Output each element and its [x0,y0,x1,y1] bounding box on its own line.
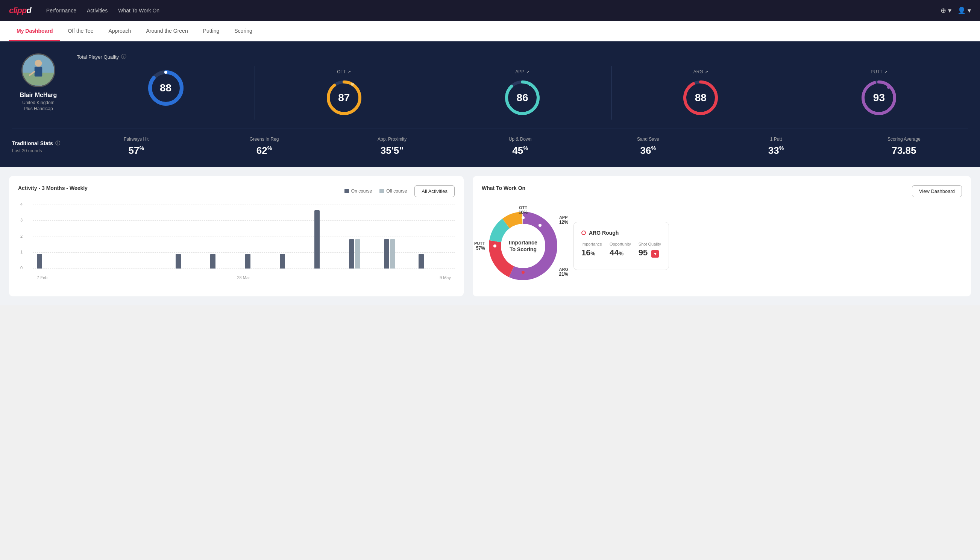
svg-point-19 [887,86,890,89]
putt-score-value: 93 [873,92,885,104]
app-label[interactable]: APP ↗ [516,69,529,75]
label-ott-pct: 10% [519,210,527,215]
tt-shot-quality: Shot Quality 95 ▼ [639,242,661,258]
stat-val-scoring-avg: 73.85 [892,145,916,157]
tab-off-the-tee[interactable]: Off the Tee [60,21,101,41]
stat-app-proximity: App. Proximity 35'5" [328,137,456,157]
total-score-ring: 88 [147,69,185,107]
tab-scoring[interactable]: Scoring [227,21,260,41]
ott-score-value: 87 [338,92,350,104]
legend-on-course-dot [344,189,349,193]
tabs-bar: My Dashboard Off the Tee Approach Around… [0,21,980,42]
bar-on-8 [314,210,319,268]
grid-label-0: 0 [20,265,23,270]
bar-on-11 [419,254,424,268]
tooltip-title-text: ARG Rough [589,230,619,236]
svg-point-2 [35,60,42,67]
avatar [22,53,55,87]
trad-label-area: Traditional Stats ⓘ Last 20 rounds [12,140,72,153]
view-dashboard-button[interactable]: View Dashboard [912,185,962,197]
nav-links: Performance Activities What To Work On [46,8,940,13]
stat-greens-reg: Greens In Reg 62% [200,137,328,157]
tab-putting[interactable]: Putting [196,21,227,41]
stat-val-up-down: 45% [512,145,527,157]
activity-card: Activity - 3 Months - Weekly On course O… [9,176,464,297]
bar-on-4 [176,254,181,268]
donut-center-line2: To Scoring [509,246,537,253]
bar-chart: 4 3 2 1 0 [18,205,455,280]
top-navigation: clippd Performance Activities What To Wo… [0,0,980,21]
bar-group-4 [176,254,208,268]
score-card-ott: OTT ↗ 87 [255,66,433,120]
svg-point-16 [699,80,702,83]
tab-around-the-green[interactable]: Around the Green [138,21,195,41]
tooltip-title: ARG Rough [581,230,661,236]
ott-label[interactable]: OTT ↗ [337,69,351,75]
bar-on-10 [384,239,389,268]
stat-name-1-putt: 1 Putt [770,137,782,142]
putt-label[interactable]: PUTT ↗ [870,69,887,75]
stat-val-app-prox: 35'5" [381,145,404,157]
label-arg-text: ARG [559,267,568,272]
stat-val-fairways: 57% [128,145,144,157]
label-arg: ARG 21% [559,267,568,277]
tt-importance: Importance 16% [581,242,602,258]
user-menu-button[interactable]: 👤 ▾ [957,7,971,15]
tt-opportunity: Opportunity 44% [610,242,631,258]
player-handicap: Plus Handicap [24,106,53,111]
arg-score-value: 88 [695,92,707,104]
bar-group-5 [210,254,243,268]
grid-label-3: 3 [20,218,23,222]
bar-on-0 [37,254,42,268]
tab-approach[interactable]: Approach [101,21,138,41]
arg-rough-tooltip: ARG Rough Importance 16% Opportunity 44%… [574,222,669,270]
svg-point-7 [164,71,167,74]
label-app-text: APP [559,215,568,220]
bar-group-0 [37,254,69,268]
player-name: Blair McHarg [20,92,57,98]
label-ott-text: OTT [519,205,527,210]
tt-shot-quality-label: Shot Quality [639,242,661,246]
app-score-value: 86 [516,92,528,104]
bar-group-7 [280,254,312,268]
stat-up-down: Up & Down 45% [456,137,584,157]
tt-opportunity-value: 44% [610,248,631,258]
donut-chart: Importance To Scoring OTT 10% APP 12% AR… [482,205,564,287]
label-putt-text: PUTT [474,241,485,246]
activity-card-title: Activity - 3 Months - Weekly [18,185,88,191]
svg-rect-3 [35,67,43,77]
tt-opportunity-suffix: % [619,250,623,257]
arg-arrow-icon: ↗ [705,70,708,75]
stat-name-greens: Greens In Reg [249,137,279,142]
label-app: APP 12% [559,215,568,225]
label-app-pct: 12% [559,220,568,225]
help-icon[interactable]: ⓘ [121,53,126,60]
bar-group-9 [349,239,381,268]
tt-shot-quality-value: 95 ▼ [639,248,661,258]
avatar-image [23,55,54,86]
stat-1-putt: 1 Putt 33% [712,137,840,157]
ott-arrow-icon: ↗ [348,70,351,75]
all-activities-button[interactable]: All Activities [414,185,455,197]
tt-opportunity-label: Opportunity [610,242,631,246]
x-label-mar: 28 Mar [237,275,250,280]
content-area: Activity - 3 Months - Weekly On course O… [0,167,980,305]
nav-activities[interactable]: Activities [87,8,108,13]
nav-performance[interactable]: Performance [46,8,77,13]
label-arg-pct: 21% [559,272,568,277]
x-label-may: 9 May [439,275,451,280]
tpq-label: Total Player Quality ⓘ [77,53,968,60]
score-card-putt: PUTT ↗ 93 [790,66,968,120]
arg-label[interactable]: ARG ↗ [694,69,708,75]
legend-on-course-label: On course [351,188,372,194]
score-card-arg: ARG ↗ 88 [612,66,790,120]
bar-group-8 [314,210,347,268]
tt-importance-label: Importance [581,242,602,246]
tab-my-dashboard[interactable]: My Dashboard [9,21,60,41]
trad-help-icon[interactable]: ⓘ [55,140,60,147]
bar-group-10 [384,239,416,268]
logo[interactable]: clippd [9,6,31,15]
donut-center-line1: Importance [509,239,537,246]
nav-what-to-work-on[interactable]: What To Work On [118,8,160,13]
add-button[interactable]: ⊕ ▾ [940,7,952,15]
